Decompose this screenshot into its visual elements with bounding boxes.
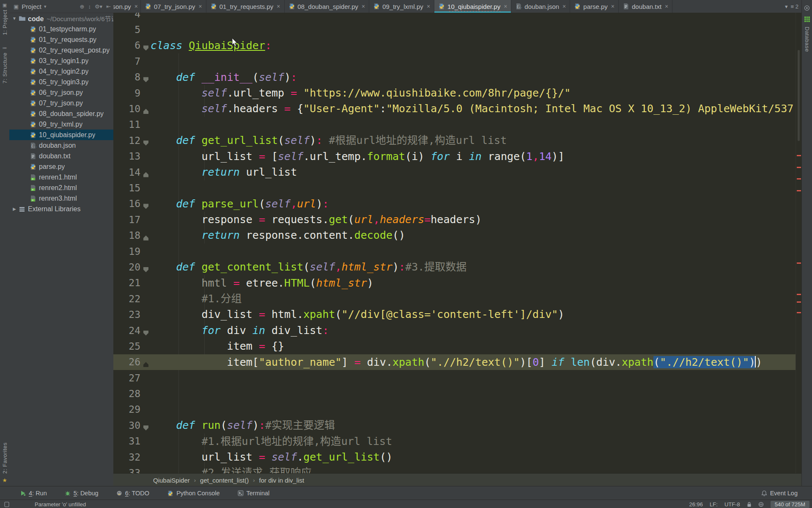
code-line-11[interactable]: 11 xyxy=(113,117,796,133)
tree-item-04_try_login2.py[interactable]: 04_try_login2.py xyxy=(9,66,113,77)
fold-marker-icon[interactable] xyxy=(143,45,148,50)
error-stripe[interactable] xyxy=(796,13,802,473)
inspector-icon[interactable] xyxy=(4,502,9,507)
code-line-27[interactable]: 27 xyxy=(113,370,796,386)
fold-marker-icon[interactable] xyxy=(143,109,148,114)
tree-root-code[interactable]: ▼code~/Documents/work/6节课 xyxy=(9,13,113,24)
code-line-18[interactable]: 18 return response.content.decode() xyxy=(113,227,796,243)
code-line-16[interactable]: 16 def parse_url(self,url): xyxy=(113,196,796,212)
hide-panel-icon[interactable]: ⇤ xyxy=(106,3,111,10)
locate-icon[interactable]: ⊕ xyxy=(80,3,85,10)
tool-button-database[interactable]: Database xyxy=(804,27,810,52)
code-editor[interactable]: 456class QiubaiSpider:78 def __init__(se… xyxy=(113,13,802,473)
code-line-29[interactable]: 29 xyxy=(113,402,796,417)
error-mark[interactable] xyxy=(797,155,801,156)
line-ending[interactable]: LF: xyxy=(710,501,718,508)
breadcrumb-item[interactable]: for div in div_list xyxy=(259,477,304,484)
breadcrumb-item[interactable]: QiubaiSpider xyxy=(153,477,190,484)
fold-marker-icon[interactable] xyxy=(143,425,148,431)
error-mark[interactable] xyxy=(797,312,801,313)
tab-07_try_json.py[interactable]: 07_try_json.py× xyxy=(141,0,206,13)
code-line-13[interactable]: 13 url_list = [self.url_temp.format(i) f… xyxy=(113,149,796,164)
code-line-25[interactable]: 25 item = {} xyxy=(113,338,796,354)
lock-icon[interactable] xyxy=(747,502,752,507)
code-line-12[interactable]: 12 def get_url_list(self): #根据url地址的规律,构… xyxy=(113,133,796,148)
code-line-9[interactable]: 9 self.url_temp = "https://www.qiushibai… xyxy=(113,85,796,101)
error-mark[interactable] xyxy=(797,301,801,303)
code-line-26[interactable]: 26 item["author_name"] = div.xpath(".//h… xyxy=(113,354,796,370)
error-mark[interactable] xyxy=(797,190,801,191)
close-icon[interactable]: × xyxy=(504,3,507,10)
chevron-down-icon[interactable]: ▾ xyxy=(44,4,47,9)
code-line-20[interactable]: 20 def get_content_list(self,html_str):#… xyxy=(113,259,796,275)
event-log-button[interactable]: Event Log xyxy=(761,490,798,497)
tree-item-10_qiubaispider.py[interactable]: 10_qiubaispider.py xyxy=(9,130,113,140)
toolbar-button-todo[interactable]: 6: TODO xyxy=(116,490,150,497)
close-icon[interactable]: × xyxy=(362,3,365,10)
error-mark[interactable] xyxy=(797,178,801,179)
hector-icon[interactable] xyxy=(758,502,764,507)
code-line-31[interactable]: 31 #1.根据url地址的规律,构造url list xyxy=(113,433,796,449)
code-line-15[interactable]: 15 xyxy=(113,180,796,196)
tree-item-douban.json[interactable]: {..}douban.json xyxy=(9,140,113,151)
tab-douban.txt[interactable]: douban.txt× xyxy=(619,0,672,13)
expand-arrow-icon[interactable]: ▼ xyxy=(12,16,17,21)
close-icon[interactable]: × xyxy=(134,3,138,10)
tree-item-parse.py[interactable]: parse.py xyxy=(9,161,113,172)
tree-item-renren2.html[interactable]: Hrenren2.html xyxy=(9,182,113,193)
favorites-star-icon[interactable]: ★ xyxy=(2,477,7,483)
tab-09_try_lxml.py[interactable]: 09_try_lxml.py× xyxy=(369,0,434,13)
fold-marker-icon[interactable] xyxy=(143,141,148,146)
chevron-down-icon[interactable]: ▾ xyxy=(785,3,788,10)
code-line-17[interactable]: 17 response = requests.get(url,headers=h… xyxy=(113,212,796,227)
close-icon[interactable]: × xyxy=(199,3,202,10)
tab-douban.json[interactable]: {..}douban.json× xyxy=(511,0,570,13)
table-icon[interactable] xyxy=(804,16,810,22)
tool-button-project[interactable]: 1: Project xyxy=(2,10,8,35)
code-line-6[interactable]: 6class QiubaiSpider: xyxy=(113,38,796,53)
tree-item-05_try_login3.py[interactable]: 05_try_login3.py xyxy=(9,77,113,87)
code-line-33[interactable]: 33 #2.发送请求,获取响应 xyxy=(113,465,796,473)
tree-item-03_try_login1.py[interactable]: 03_try_login1.py xyxy=(9,55,113,66)
fold-marker-icon[interactable] xyxy=(143,172,148,177)
tree-item-01_try_requests.py[interactable]: 01_try_requests.py xyxy=(9,34,113,45)
scrollbar-thumb[interactable] xyxy=(798,50,800,141)
code-line-14[interactable]: 14 return url_list xyxy=(113,164,796,180)
project-panel-title[interactable]: Project xyxy=(22,3,41,10)
tool-button-structure[interactable]: 7: Structure xyxy=(2,52,8,83)
memory-indicator[interactable]: 540 of 725M xyxy=(771,501,809,508)
close-icon[interactable]: × xyxy=(562,3,566,10)
tree-item-07_try_json.py[interactable]: 07_try_json.py xyxy=(9,98,113,108)
error-mark[interactable] xyxy=(797,167,801,168)
code-line-7[interactable]: 7 xyxy=(113,53,796,69)
settings-icon[interactable]: ⚙▾ xyxy=(95,3,102,10)
hidden-tabs-icon[interactable]: ≡ 2 xyxy=(791,3,798,10)
tree-item-renren1.html[interactable]: Hrenren1.html xyxy=(9,172,113,182)
close-icon[interactable]: × xyxy=(277,3,280,10)
tree-item-01_testpycharm.py[interactable]: 01_testpycharm.py xyxy=(9,24,113,34)
code-line-28[interactable]: 28 xyxy=(113,386,796,401)
error-mark[interactable] xyxy=(797,294,801,295)
code-line-22[interactable]: 22 #1.分组 xyxy=(113,291,796,306)
file-encoding[interactable]: UTF-8 xyxy=(724,501,740,508)
tab-parse.py[interactable]: parse.py× xyxy=(570,0,619,13)
code-line-8[interactable]: 8 def __init__(self): xyxy=(113,69,796,85)
eye-icon[interactable] xyxy=(804,5,810,11)
code-line-21[interactable]: 21 hmtl = etree.HTML(html_str) xyxy=(113,275,796,291)
toolbar-button-terminal[interactable]: Terminal xyxy=(238,490,270,497)
tab-08_douban_spider.py[interactable]: 08_douban_spider.py× xyxy=(285,0,370,13)
tab-son.py[interactable]: son.py× xyxy=(113,0,141,13)
tree-item-06_try_json.py[interactable]: 06_try_json.py xyxy=(9,87,113,98)
toolbar-button-run[interactable]: 4: Run xyxy=(20,490,47,497)
fold-marker-icon[interactable] xyxy=(143,267,148,272)
caret-position[interactable]: 26:96 xyxy=(689,501,703,508)
tool-button-favorites[interactable]: 2: Favorites xyxy=(2,442,8,474)
tree-item-douban.txt[interactable]: douban.txt xyxy=(9,151,113,161)
fold-marker-icon[interactable] xyxy=(143,331,148,336)
toolbar-button-python-console[interactable]: Python Console xyxy=(167,490,219,497)
tree-item-02_try_request_post.py[interactable]: 02_try_request_post.py xyxy=(9,45,113,55)
code-line-19[interactable]: 19 xyxy=(113,243,796,259)
tab-10_qiubaispider.py[interactable]: 10_qiubaispider.py× xyxy=(434,0,511,13)
fold-marker-icon[interactable] xyxy=(143,235,148,240)
tab-01_try_requests.py[interactable]: 01_try_requests.py× xyxy=(206,0,285,13)
